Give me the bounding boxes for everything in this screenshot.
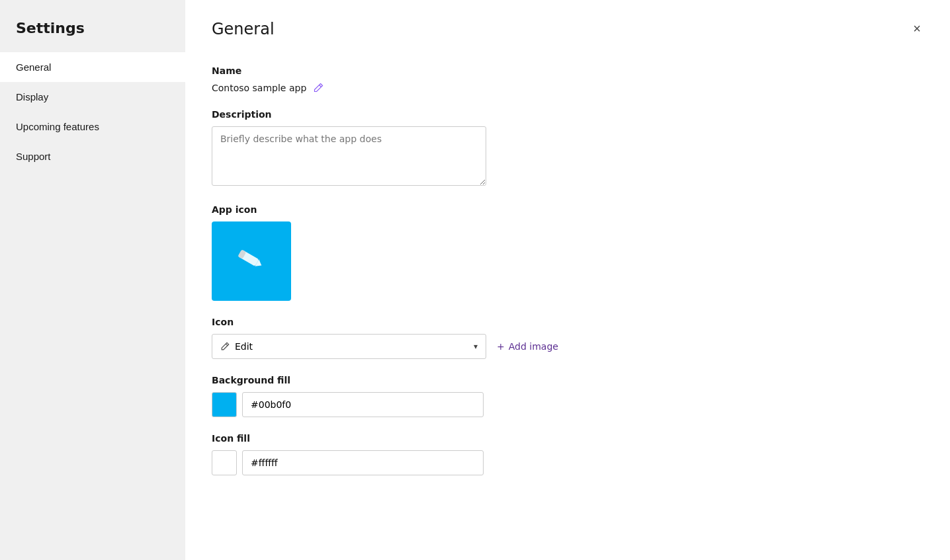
name-row: Contoso sample app <box>212 83 924 93</box>
sidebar-item-display[interactable]: Display <box>0 82 185 112</box>
content-area: Name Contoso sample app Description App … <box>185 50 950 560</box>
description-textarea[interactable] <box>212 126 486 186</box>
add-image-label: Add image <box>509 341 558 352</box>
background-fill-swatch[interactable] <box>212 392 237 417</box>
plus-icon: + <box>497 341 505 352</box>
settings-title: Settings <box>0 13 185 52</box>
icon-dropdown[interactable]: Edit ▾ <box>212 334 486 359</box>
pencil-icon <box>313 83 324 93</box>
name-label: Name <box>212 65 924 76</box>
main-header: General × <box>185 0 950 50</box>
close-button[interactable]: × <box>910 19 924 39</box>
app-icon-section: App icon <box>212 204 924 301</box>
sidebar: Settings General Display Upcoming featur… <box>0 0 185 560</box>
icon-selected-value: Edit <box>235 341 253 352</box>
chevron-down-icon: ▾ <box>474 342 478 351</box>
icon-fill-row <box>212 450 924 475</box>
main-content: General × Name Contoso sample app Descri… <box>185 0 950 560</box>
background-fill-label: Background fill <box>212 375 924 385</box>
background-fill-row <box>212 392 924 417</box>
description-section: Description <box>212 109 924 188</box>
page-title: General <box>212 20 275 38</box>
sidebar-item-support[interactable]: Support <box>0 141 185 171</box>
app-name-value: Contoso sample app <box>212 83 306 93</box>
add-image-button[interactable]: + Add image <box>497 339 558 354</box>
background-fill-input[interactable] <box>242 392 484 417</box>
background-fill-section: Background fill <box>212 375 924 417</box>
icon-fill-swatch[interactable] <box>212 450 237 475</box>
app-icon-label: App icon <box>212 204 924 215</box>
icon-label: Icon <box>212 317 924 327</box>
edit-name-button[interactable] <box>313 83 324 93</box>
icon-fill-label: Icon fill <box>212 433 924 444</box>
icon-dropdown-row: Edit ▾ + Add image <box>212 334 924 359</box>
app-icon-pencil-icon <box>228 237 275 285</box>
sidebar-item-upcoming-features[interactable]: Upcoming features <box>0 112 185 141</box>
edit-icon-small <box>220 342 230 351</box>
app-icon-preview[interactable] <box>212 221 291 301</box>
icon-fill-section: Icon fill <box>212 433 924 475</box>
description-label: Description <box>212 109 924 120</box>
name-section: Name Contoso sample app <box>212 65 924 93</box>
icon-section: Icon Edit ▾ + Add image <box>212 317 924 359</box>
icon-select-inner: Edit <box>220 341 474 352</box>
sidebar-item-general[interactable]: General <box>0 52 185 82</box>
icon-fill-input[interactable] <box>242 450 484 475</box>
